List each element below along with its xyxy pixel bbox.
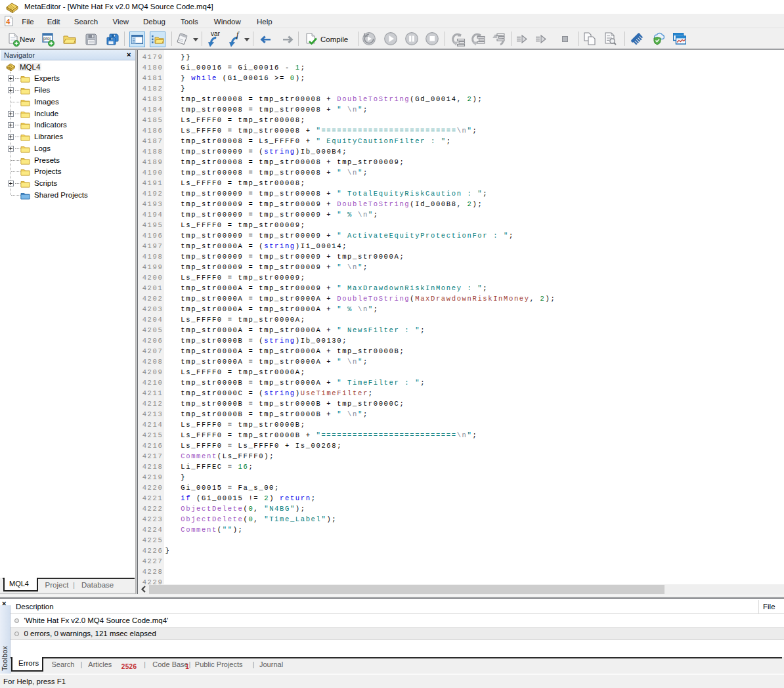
svg-text:4: 4 <box>6 18 11 26</box>
